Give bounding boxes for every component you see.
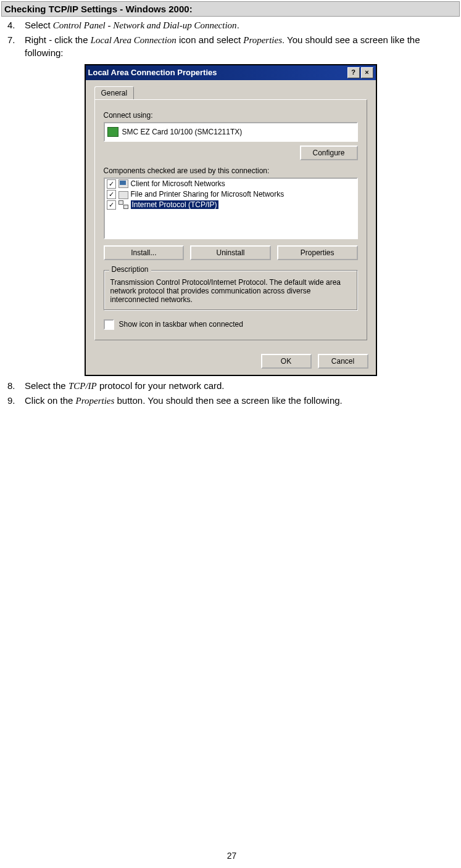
tab-strip: General: [94, 86, 367, 100]
taskbar-option[interactable]: Show icon in taskbar when connected: [104, 319, 358, 330]
client-icon: [118, 179, 128, 188]
titlebar-text: Local Area Connection Properties: [88, 68, 347, 77]
description-groupbox: Description Transmission Control Protoco…: [104, 270, 358, 311]
list-item-label: Client for Microsoft Networks: [131, 179, 225, 188]
step-text: Click on the Properties button. You shou…: [25, 395, 460, 407]
step-text: Right - click the Local Area Connection …: [25, 34, 460, 59]
instruction-list: 8. Select the TCP/IP protocol for your n…: [1, 380, 460, 407]
help-button[interactable]: ?: [347, 67, 360, 78]
taskbar-label: Show icon in taskbar when connected: [119, 320, 243, 329]
step-number: 7.: [7, 34, 25, 59]
step-text: Select Control Panel - Network and Dial-…: [25, 19, 460, 31]
instruction-list: 4. Select Control Panel - Network and Di…: [1, 19, 460, 59]
step-number: 8.: [7, 380, 25, 392]
uninstall-button[interactable]: Uninstall: [190, 245, 271, 260]
list-item-label: File and Printer Sharing for Microsoft N…: [131, 190, 284, 199]
step-number: 4.: [7, 19, 25, 31]
step-7: 7. Right - click the Local Area Connecti…: [7, 34, 460, 59]
step-4: 4. Select Control Panel - Network and Di…: [7, 19, 460, 31]
nic-icon: [107, 127, 118, 137]
adapter-field: SMC EZ Card 10/100 (SMC1211TX): [104, 122, 358, 142]
close-button[interactable]: ×: [361, 67, 373, 78]
adapter-name: SMC EZ Card 10/100 (SMC1211TX): [122, 128, 243, 136]
network-icon: [118, 200, 128, 209]
step-9: 9. Click on the Properties button. You s…: [7, 395, 460, 407]
checkbox-icon[interactable]: ✓: [107, 179, 116, 189]
description-title: Description: [109, 265, 151, 274]
properties-dialog: Local Area Connection Properties ? × Gen…: [85, 64, 377, 376]
step-text: Select the TCP/IP protocol for your netw…: [25, 380, 460, 392]
dialog-footer: OK Cancel: [86, 349, 376, 375]
install-button[interactable]: Install...: [104, 245, 185, 260]
checkbox-icon[interactable]: ✓: [107, 200, 116, 210]
description-text: Transmission Control Protocol/Internet P…: [110, 278, 351, 304]
list-item[interactable]: ✓ Internet Protocol (TCP/IP): [105, 200, 357, 210]
configure-button[interactable]: Configure: [300, 145, 358, 160]
titlebar: Local Area Connection Properties ? ×: [86, 65, 376, 80]
components-label: Components checked are used by this conn…: [104, 166, 358, 175]
tab-panel: Connect using: SMC EZ Card 10/100 (SMC12…: [94, 99, 367, 340]
list-item[interactable]: ✓ File and Printer Sharing for Microsoft…: [105, 189, 357, 200]
ok-button[interactable]: OK: [261, 354, 312, 369]
tab-general[interactable]: General: [94, 86, 135, 99]
printer-icon: [118, 191, 128, 199]
connect-using-label: Connect using:: [104, 111, 358, 120]
section-header: Checking TCP/IP Settings - Windows 2000:: [1, 1, 460, 17]
step-8: 8. Select the TCP/IP protocol for your n…: [7, 380, 460, 392]
properties-button[interactable]: Properties: [277, 245, 358, 260]
cancel-button[interactable]: Cancel: [318, 354, 368, 369]
list-item-label-selected: Internet Protocol (TCP/IP): [131, 200, 218, 209]
list-item[interactable]: ✓ Client for Microsoft Networks: [105, 179, 357, 189]
checkbox-icon[interactable]: [104, 319, 114, 330]
components-listbox[interactable]: ✓ Client for Microsoft Networks ✓ File a…: [104, 178, 358, 239]
dialog-screenshot: Local Area Connection Properties ? × Gen…: [1, 64, 460, 376]
checkbox-icon[interactable]: ✓: [107, 190, 116, 199]
step-number: 9.: [7, 395, 25, 407]
